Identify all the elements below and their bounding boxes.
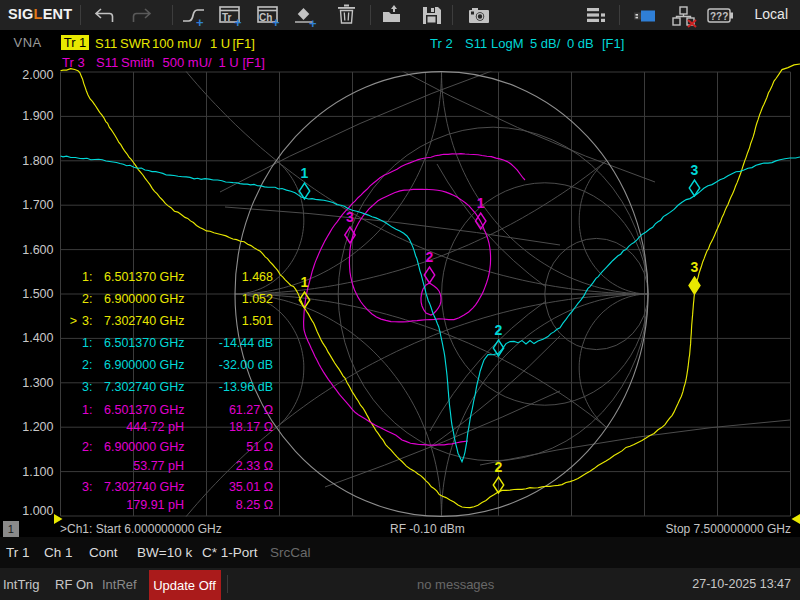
svg-text:1: 1 bbox=[301, 274, 309, 290]
svg-text:Tr: Tr bbox=[222, 12, 232, 23]
svg-text:3: 3 bbox=[346, 209, 354, 225]
svg-text:1: 1 bbox=[301, 165, 309, 181]
svg-text:???: ??? bbox=[710, 11, 728, 22]
svg-text:2: 2 bbox=[495, 322, 503, 338]
svg-text:3: 3 bbox=[691, 259, 699, 275]
svg-text:3: 3 bbox=[691, 162, 699, 178]
svg-text:+: + bbox=[309, 16, 317, 31]
svg-text:+: + bbox=[234, 15, 242, 30]
svg-text:2: 2 bbox=[495, 459, 503, 475]
svg-text:Ch: Ch bbox=[259, 12, 272, 23]
svg-text:+: + bbox=[272, 15, 280, 30]
svg-text:2: 2 bbox=[426, 249, 434, 265]
svg-text:+: + bbox=[196, 15, 204, 30]
svg-text:1: 1 bbox=[477, 195, 485, 211]
